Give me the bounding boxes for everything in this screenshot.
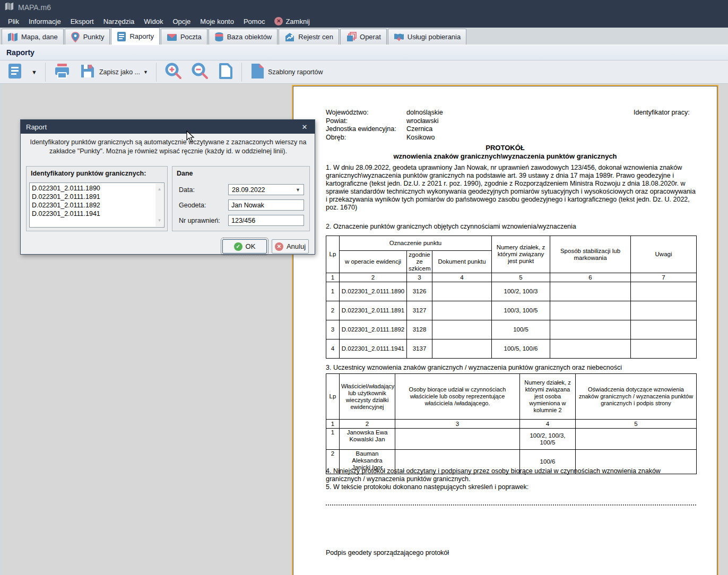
- tab-operat[interactable]: Operat: [340, 29, 387, 45]
- t2-col-lp: Lp: [326, 374, 340, 420]
- menu-informacje[interactable]: Informacje: [25, 16, 65, 27]
- print-icon: [54, 63, 71, 81]
- menu-opcje[interactable]: Opcje: [169, 16, 194, 27]
- chevron-down-icon: ▼: [296, 187, 300, 193]
- ids-group: Identyfikatory punktów granicznych: D.02…: [26, 166, 168, 231]
- page-preview-button[interactable]: [215, 61, 236, 83]
- t1-col-group: Oznaczenie punktu: [340, 236, 492, 251]
- menu-moje-konto[interactable]: Moje konto: [196, 16, 238, 27]
- raport-dialog: Raport ✕ Identyfikatory punktów graniczn…: [20, 119, 315, 255]
- menu-narzedzia[interactable]: Narzędzia: [100, 16, 138, 27]
- nr-uprawnien-field-row: Nr uprawnień:: [179, 215, 304, 226]
- points-table: Lp Oznaczenie punktu Numery działek, z k…: [326, 236, 697, 359]
- report-list-button[interactable]: [4, 61, 25, 83]
- tab-label: Poczta: [180, 33, 202, 41]
- download-services-icon: [394, 32, 404, 42]
- textarea-scrollbar[interactable]: ▲ ▼: [155, 184, 163, 226]
- dropdown-icon: ▼: [143, 69, 148, 75]
- map-icon: [7, 32, 18, 42]
- t1-cell-id: D.022301_2.0111.1892: [340, 320, 407, 339]
- save-as-label: Zapisz jako ...: [99, 68, 140, 76]
- point-ids-textarea[interactable]: D.022301_2.0111.1890 D.022301_2.0111.189…: [29, 182, 164, 228]
- t2-cell-numery: 100/2, 100/3, 100/5: [520, 429, 576, 450]
- report-templates-button[interactable]: Szablony raportów: [247, 61, 326, 83]
- tab-label: Usługi pobierania: [408, 33, 461, 41]
- participants-table: Lp Właściciel/władający lub użytkownik w…: [326, 373, 697, 474]
- tab-baza-obiektow[interactable]: Baza obiektów: [209, 29, 278, 45]
- point-id-line: D.022301_2.0111.1890: [32, 184, 153, 193]
- tab-uslugi-pobierania[interactable]: Usługi pobierania: [388, 29, 466, 45]
- t1-cell-numery: 100/5, 100/6: [492, 339, 550, 359]
- scroll-up-icon[interactable]: ▲: [158, 184, 162, 195]
- zoom-out-button[interactable]: [188, 60, 212, 83]
- hdr-label: Powiat:: [326, 117, 406, 126]
- tab-bar: Mapa, dane Punkty Raporty Poczta Baza ob…: [0, 28, 728, 45]
- tab-rejestr-cen[interactable]: Rejestr cen: [279, 29, 339, 45]
- cancel-label: Anuluj: [287, 242, 306, 250]
- menu-plik[interactable]: Plik: [4, 16, 23, 27]
- t1-cell-szkic: 3128: [407, 320, 432, 339]
- t2-cell-oswiadczenia: [576, 429, 697, 450]
- report-list-dropdown-button[interactable]: ▼: [29, 67, 40, 77]
- data-label: Data:: [179, 186, 228, 194]
- tab-punkty[interactable]: Punkty: [65, 29, 110, 45]
- t1-num: 4: [432, 273, 492, 282]
- operat-icon: [346, 32, 357, 42]
- t1-cell-dokument: [432, 320, 492, 339]
- nr-uprawnien-input[interactable]: [228, 215, 304, 226]
- t2-num: 2: [340, 420, 395, 429]
- report-list-icon: [7, 63, 23, 81]
- t1-cell-uwagi: [631, 301, 697, 320]
- t1-cell-numery: 100/3, 100/5: [492, 301, 550, 320]
- t1-num: 5: [492, 273, 550, 282]
- t1-cell-lp: 1: [326, 282, 340, 301]
- t1-cell-uwagi: [631, 282, 697, 301]
- doc-header-row: Jednostka ewidencyjna:Czernica: [326, 125, 443, 134]
- doc-paragraphs-4-5: 4. Niniejszy protokół został odczytany i…: [326, 467, 697, 491]
- data-date-combobox[interactable]: 28.09.2022 ▼: [228, 184, 304, 195]
- nr-uprawnien-label: Nr uprawnień:: [179, 217, 228, 224]
- tab-mapa-dane[interactable]: Mapa, dane: [2, 29, 64, 45]
- point-id-line: D.022301_2.0111.1892: [32, 201, 153, 210]
- tab-poczta[interactable]: Poczta: [161, 29, 207, 45]
- ids-group-label: Identyfikatory punktów granicznych:: [27, 167, 167, 179]
- doc-paragraph-5: 5. W tekście protokołu dokonano następuj…: [326, 483, 697, 491]
- zoom-in-button[interactable]: [162, 60, 185, 83]
- cancel-button[interactable]: ✕ Anuluj: [272, 239, 309, 254]
- tab-label: Punkty: [83, 33, 105, 41]
- geodeta-input[interactable]: [228, 199, 304, 211]
- t1-col-lp: Lp: [326, 236, 340, 273]
- hdr-value: wrocławski: [406, 117, 438, 126]
- save-as-button[interactable]: Zapisz jako ... ▼: [76, 61, 151, 83]
- menu-pomoc[interactable]: Pomoc: [240, 16, 268, 27]
- menu-zamknij[interactable]: ✕ Zamknij: [271, 15, 314, 27]
- dialog-close-icon[interactable]: ✕: [300, 123, 309, 131]
- hdr-value: dolnośląskie: [406, 109, 443, 117]
- t1-col-szkic: zgodnie ze szkicem: [407, 251, 432, 273]
- t1-cell-lp: 4: [326, 339, 340, 359]
- t1-cell-lp: 3: [326, 320, 340, 339]
- report-document-page: Województwo:dolnośląskie Powiat:wrocławs…: [293, 86, 717, 575]
- doc-header-row: Województwo:dolnośląskie: [326, 109, 443, 117]
- dialog-title: Raport: [26, 123, 47, 131]
- toolbar: ▼ Zapisz jako ... ▼ Szablony raportów: [0, 60, 728, 84]
- ok-check-icon: ✓: [234, 242, 242, 251]
- menu-bar: Plik Informacje Eksport Narzędzia Widok …: [0, 15, 728, 28]
- table-row: 4 D.022301_2.0111.1941 3137 100/5, 100/6: [326, 339, 697, 359]
- table-row: 2 D.022301_2.0111.1891 3127 100/3, 100/5: [326, 301, 697, 320]
- t1-cell-szkic: 3126: [407, 282, 432, 301]
- content-area: Województwo:dolnośląskie Powiat:wrocławs…: [0, 84, 728, 575]
- t1-cell-sposob: [550, 301, 631, 320]
- tab-raporty[interactable]: Raporty: [111, 28, 160, 45]
- data-date-value: 28.09.2022: [232, 186, 265, 194]
- dialog-title-bar[interactable]: Raport ✕: [21, 120, 315, 134]
- menu-widok[interactable]: Widok: [140, 16, 167, 27]
- t2-col-osoby: Osoby biorące udział w czynnościach właś…: [395, 374, 520, 420]
- ok-button[interactable]: ✓ OK: [222, 239, 267, 254]
- menu-eksport[interactable]: Eksport: [67, 16, 98, 27]
- scroll-down-icon[interactable]: ▼: [158, 215, 162, 226]
- mail-icon: [167, 32, 177, 42]
- print-button[interactable]: [51, 61, 73, 83]
- mouse-cursor: [186, 130, 195, 143]
- t1-cell-uwagi: [631, 320, 697, 339]
